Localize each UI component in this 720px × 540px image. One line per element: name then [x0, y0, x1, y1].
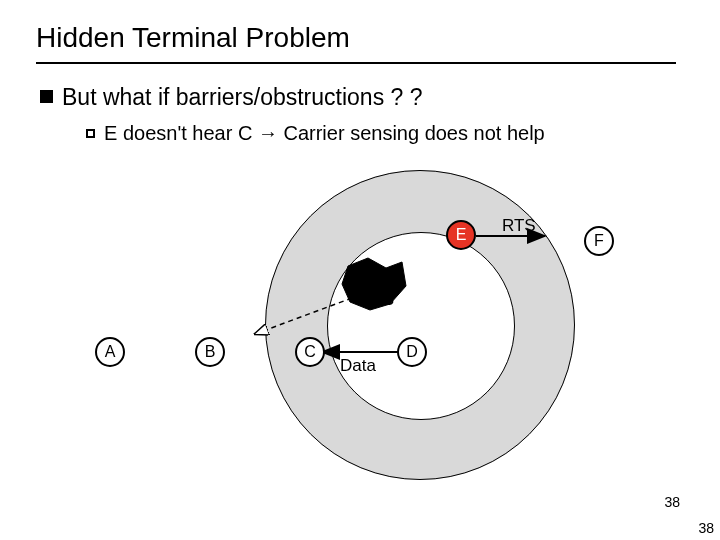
bullet1-text: But what if barriers/obstructions ? ? [62, 84, 423, 110]
arrow-cts [255, 298, 352, 334]
page-number-inner: 38 [664, 494, 680, 510]
node-d: D [397, 337, 427, 367]
hollow-square-bullet-icon [86, 129, 95, 138]
arrow-icon: → [258, 122, 278, 144]
label-rts: RTS [502, 216, 536, 236]
slide-title: Hidden Terminal Problem [36, 22, 350, 54]
node-e: E [446, 220, 476, 250]
bullet-level-1: But what if barriers/obstructions ? ? [40, 84, 423, 111]
page-number-outer: 38 [698, 520, 714, 536]
node-f: F [584, 226, 614, 256]
slide: Hidden Terminal Problem But what if barr… [0, 0, 720, 540]
label-data: Data [340, 356, 376, 376]
node-a: A [95, 337, 125, 367]
node-b: B [195, 337, 225, 367]
diagram: A B C D E F CTS RTS Data [60, 160, 600, 480]
label-cts: CTS [360, 290, 394, 310]
node-c: C [295, 337, 325, 367]
title-rule [36, 62, 676, 64]
bullet-level-2: E doesn't hear C → Carrier sensing does … [86, 122, 545, 145]
bullet2-post: Carrier sensing does not help [278, 122, 545, 144]
arrows-layer [60, 160, 600, 480]
square-bullet-icon [40, 90, 53, 103]
bullet2-pre: E doesn't hear C [104, 122, 258, 144]
